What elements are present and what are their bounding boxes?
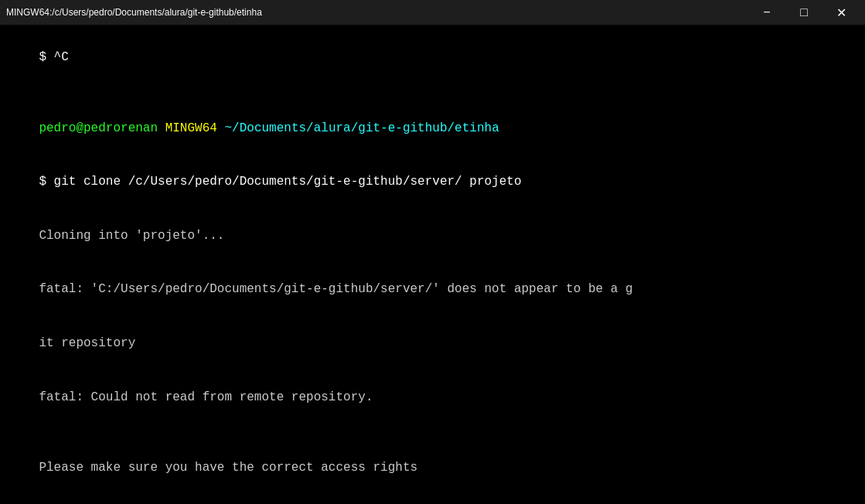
terminal[interactable]: $ ^C pedro@pedrorenan MINGW64 ~/Document… [0, 25, 865, 504]
output-cloning-1: Cloning into 'projeto'... [9, 209, 856, 264]
title-bar-left: MINGW64:/c/Users/pedro/Documents/alura/g… [6, 7, 262, 18]
blank-line-2 [9, 424, 856, 441]
output-fatal-1b: it repository [9, 317, 856, 371]
output-access-1: Please make sure you have the correct ac… [9, 441, 856, 495]
output-access-2: and the repository exists. [9, 495, 856, 505]
terminal-line: $ ^C [9, 31, 856, 85]
title-bar-title: MINGW64:/c/Users/pedro/Documents/alura/g… [6, 7, 262, 18]
blank-line [9, 85, 856, 102]
close-button[interactable]: ✕ [823, 0, 859, 25]
minimize-button[interactable]: − [749, 0, 785, 25]
output-fatal-1a: fatal: 'C:/Users/pedro/Documents/git-e-g… [9, 263, 856, 317]
output-fatal-2: fatal: Could not read from remote reposi… [9, 370, 856, 424]
command-line-1: $ git clone /c/Users/pedro/Documents/git… [9, 155, 856, 209]
maximize-button[interactable]: □ [786, 0, 822, 25]
title-bar-controls: − □ ✕ [749, 0, 859, 25]
title-bar: MINGW64:/c/Users/pedro/Documents/alura/g… [0, 0, 865, 25]
prompt-line-1: pedro@pedrorenan MINGW64 ~/Documents/alu… [9, 102, 856, 156]
